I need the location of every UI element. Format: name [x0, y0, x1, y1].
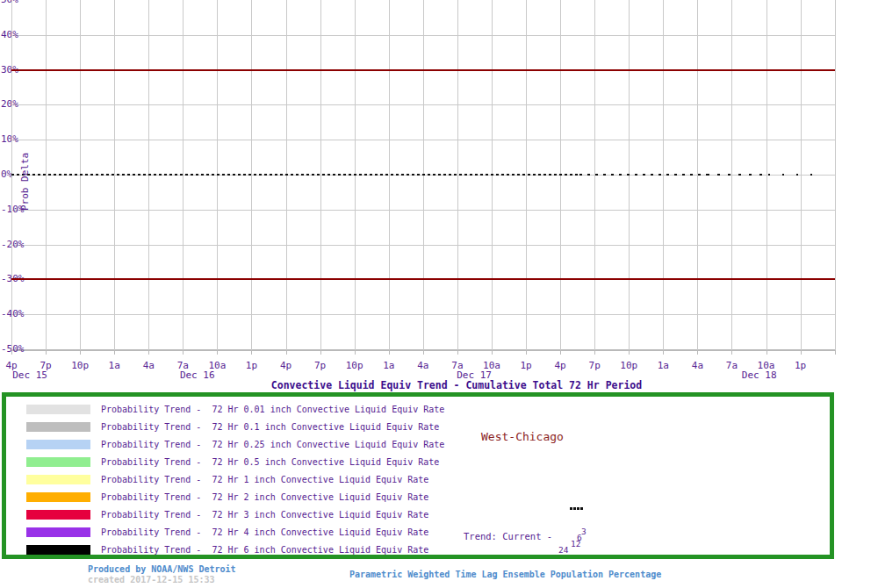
- x-tick-label: 4p: [541, 360, 579, 371]
- x-axis-tick-mark: [492, 350, 493, 355]
- x-axis-tick-mark: [46, 350, 47, 355]
- legend-swatch: [26, 527, 90, 537]
- legend-label: Probability Trend - 72 Hr 1 inch Convect…: [101, 474, 428, 485]
- x-axis-tick-mark: [423, 350, 424, 355]
- x-tick-label: 10p: [335, 360, 374, 371]
- x-axis-tick-mark: [251, 350, 252, 355]
- y-tick-label: -40%: [1, 309, 25, 319]
- footer-method-label: Parametric Weighted Time Lag Ensemble Po…: [349, 570, 661, 579]
- x-axis-tick-mark: [457, 350, 458, 355]
- x-tick-label: 1p: [232, 360, 270, 371]
- x-axis-tick-mark: [320, 350, 321, 355]
- reference-line-30pct: [11, 69, 835, 71]
- legend-swatch: [26, 545, 90, 555]
- footer-produced-by: Produced by NOAA/NWS Detroit: [88, 564, 236, 574]
- x-axis-tick-mark: [355, 350, 356, 355]
- x-tick-label: 7p: [575, 360, 614, 371]
- x-axis-tick-mark: [560, 350, 561, 355]
- x-tick-label: 4p: [267, 360, 306, 371]
- x-axis-tick-mark: [835, 350, 836, 355]
- chart-title: Convective Liquid Equiv Trend - Cumulati…: [35, 379, 878, 391]
- legend-swatch: [26, 405, 90, 414]
- y-tick-label: -50%: [1, 344, 25, 355]
- plot-area: 50%40%30%20%10%0%-10%-20%-30%-40%-50%4p7…: [0, 0, 878, 386]
- legend-label: Probability Trend - 72 Hr 2 inch Convect…: [101, 491, 428, 503]
- legend-swatch: [26, 440, 90, 449]
- reference-line--30pct: [11, 278, 835, 280]
- trend-current-label: Trend: Current -: [464, 531, 552, 541]
- legend-swatch: [26, 492, 90, 502]
- y-tick-label: 40%: [1, 30, 18, 40]
- x-axis-tick-mark: [663, 350, 664, 355]
- legend-label: Probability Trend - 72 Hr 4 inch Convect…: [101, 527, 428, 538]
- legend-label: Probability Trend - 72 Hr 6 inch Convect…: [101, 544, 428, 556]
- trend-dots-mark: [570, 507, 583, 510]
- trend-period-label: 12: [571, 540, 580, 549]
- footer-created-timestamp: created 2017-12-15 15:33: [88, 575, 215, 584]
- x-axis-tick-mark: [801, 350, 802, 355]
- x-axis-tick-mark: [731, 350, 732, 355]
- legend-label: Probability Trend - 72 Hr 0.5 inch Conve…: [101, 456, 439, 468]
- x-axis-tick-mark: [11, 350, 12, 355]
- zero-delta-data-line: [707, 174, 768, 176]
- legend-label: Probability Trend - 72 Hr 3 inch Convect…: [101, 509, 428, 520]
- x-axis-tick-mark: [183, 350, 184, 355]
- zero-delta-data-line: [768, 174, 823, 176]
- legend-label: Probability Trend - 72 Hr 0.25 inch Conv…: [101, 439, 444, 450]
- x-tick-label: 4a: [678, 360, 716, 371]
- zero-delta-data-line: [11, 174, 579, 176]
- legend-swatch: [26, 475, 90, 484]
- x-axis-tick-mark: [526, 350, 527, 355]
- legend-label: Probability Trend - 72 Hr 0.1 inch Conve…: [101, 421, 439, 433]
- x-axis-tick-mark: [594, 350, 595, 355]
- y-tick-label: 20%: [1, 99, 18, 110]
- legend-swatch: [26, 422, 90, 432]
- x-axis-tick-mark: [697, 350, 698, 355]
- legend-swatch: [26, 510, 90, 520]
- x-tick-label: 1a: [370, 360, 408, 371]
- x-grid-line: [835, 0, 836, 350]
- y-tick-label: 10%: [1, 134, 18, 145]
- trend-period-label: 24: [558, 546, 568, 555]
- y-axis-title: Prob Delta: [19, 153, 31, 211]
- legend-swatch: [26, 457, 90, 467]
- legend-label: Probability Trend - 72 Hr 0.01 inch Conv…: [101, 404, 444, 415]
- x-tick-label: 1a: [95, 360, 133, 371]
- x-axis-tick-mark: [389, 350, 390, 355]
- zero-delta-data-line: [579, 174, 707, 176]
- y-tick-label: -20%: [1, 240, 25, 250]
- legend-box: West-Chicago Trend: Current - Probabilit…: [2, 392, 834, 559]
- x-axis-tick-mark: [629, 350, 630, 355]
- y-tick-label: 50%: [1, 0, 18, 5]
- x-axis-tick-mark: [217, 350, 218, 355]
- chart-canvas: 50%40%30%20%10%0%-10%-20%-30%-40%-50%4p7…: [0, 0, 878, 588]
- x-axis-tick-mark: [114, 350, 115, 355]
- x-tick-label: 1a: [644, 360, 682, 371]
- x-axis-tick-mark: [286, 350, 287, 355]
- x-axis-tick-mark: [80, 350, 81, 355]
- x-tick-label: 7p: [301, 360, 340, 371]
- x-tick-label: 10p: [609, 360, 648, 371]
- x-axis-tick-mark: [148, 350, 149, 355]
- station-label: West-Chicago: [481, 430, 564, 443]
- x-axis-tick-mark: [766, 350, 767, 355]
